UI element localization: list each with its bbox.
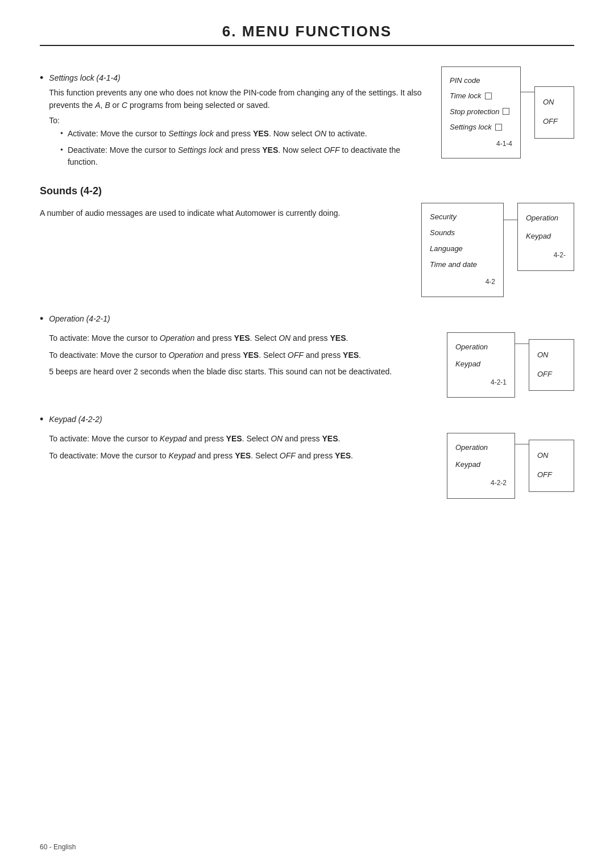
keypad-content: Keypad (4-2-2) To activate: Move the cur… [49,415,574,498]
onoff-422: ON OFF [529,440,574,492]
menu-box-422: Operation Keypad 4-2-2 [447,433,515,498]
off-label-421: OFF [537,365,563,384]
sounds-heading: Sounds (4-2) [40,185,574,197]
sounds-text: A number of audio messages are used to i… [40,203,404,220]
keypad-bullet-row: • Keypad (4-2-2) To activate: Move the c… [40,415,574,498]
bullet-dot-1: • [40,72,43,84]
stop-protection-checkbox [503,108,509,115]
bullet-dot-op: • [40,313,43,325]
operation-section: • Operation (4-2-1) To activate: Move th… [40,314,574,398]
stop-protection-row: Stop protection [450,104,512,119]
settings-lock-row: Settings lock [450,119,512,135]
diagram-414-group: PIN code Time lock Stop protection Setti… [441,66,574,158]
menu-code-414: 4-1-4 [450,137,512,151]
menu-code-42sub: 4-2- [526,247,566,264]
pin-code-row: PIN code [450,73,512,88]
settings-lock-text: • Settings lock (4-1-4) This function pr… [40,60,424,168]
42-connector [504,203,517,297]
operation-text: To activate: Move the cursor to Operatio… [49,328,430,378]
connector-svg-421 [515,332,529,398]
on-label-421: ON [537,345,563,365]
activate-text: Activate: Move the cursor to Settings lo… [68,128,367,140]
421-connector [515,332,529,398]
page: 6. MENU FUNCTIONS • Settings lock (4-1-4… [0,0,614,868]
menu-code-422: 4-2-2 [455,475,507,491]
settings-lock-checkbox [495,124,502,131]
on-label-422: ON [537,446,563,465]
menu-code-421: 4-2-1 [455,375,507,391]
connector-svg-414 [521,66,534,118]
off-label-414: OFF [543,112,563,131]
settings-lock-section: • Settings lock (4-1-4) This function pr… [40,60,574,168]
menu-box-42: Security Sounds Language Time and date 4… [421,203,504,297]
sounds-layout: A number of audio messages are used to i… [40,203,574,297]
sub-dot-activate: • [60,128,63,139]
keypad-deactivate: To deactivate: Move the cursor to Keypad… [49,450,430,462]
sub-bullets: • Activate: Move the cursor to Settings … [60,128,424,168]
on-label-414: ON [543,93,563,112]
footer: 60 - English [40,843,76,851]
operation-label-42: Operation [526,209,566,227]
keypad-layout: To activate: Move the cursor to Keypad a… [49,428,574,498]
pin-code-label: PIN code [450,73,480,88]
diagram-414: PIN code Time lock Stop protection Setti… [441,66,574,158]
keypad-row-421: Keypad [455,356,507,373]
stop-protection-label: Stop protection [450,104,499,119]
keypad-label-42: Keypad [526,227,566,245]
settings-lock-menu-label: Settings lock [450,119,492,135]
onoff-421: ON OFF [529,339,574,391]
keypad-activate: To activate: Move the cursor to Keypad a… [49,433,430,445]
sounds-intro: A number of audio messages are used to i… [40,207,404,220]
operation-activate: To activate: Move the cursor to Operatio… [49,332,430,345]
time-and-date-row: Time and date [430,257,495,273]
keypad-section: • Keypad (4-2-2) To activate: Move the c… [40,415,574,498]
menu-box-421: Operation Keypad 4-2-1 [447,332,515,398]
diagram-42: Security Sounds Language Time and date 4… [421,203,574,297]
connector-svg-42 [504,203,517,297]
menu-code-42: 4-2 [430,275,495,290]
operation-bullet-row: • Operation (4-2-1) To activate: Move th… [40,314,574,398]
414-connector-area [521,66,534,158]
operation-deactivate: To deactivate: Move the cursor to Operat… [49,349,430,362]
submenu-42: Operation Keypad 4-2- [517,203,574,270]
time-lock-checkbox [485,93,492,99]
deactivate-bullet: • Deactivate: Move the cursor to Setting… [60,144,424,168]
deactivate-text: Deactivate: Move the cursor to Settings … [68,144,424,168]
operation-row-422: Operation [455,439,507,456]
422-connector [515,433,529,498]
page-title: 6. MENU FUNCTIONS [40,23,574,46]
bullet-dot-kp: • [40,414,43,425]
settings-lock-content: Settings lock (4-1-4) This function prev… [49,73,424,168]
settings-lock-intro: This function prevents any one who does … [49,87,424,111]
menu-box-414: PIN code Time lock Stop protection Setti… [441,66,521,158]
keypad-title: Keypad (4-2-2) [49,415,102,424]
operation-extra: 5 beeps are heard over 2 seconds when th… [49,366,430,378]
connector-svg-422 [515,433,529,498]
security-row: Security [430,209,495,225]
language-row: Language [430,241,495,257]
diagram-421: Operation Keypad 4-2-1 ON OFF [447,332,574,398]
off-label-422: OFF [537,465,563,485]
time-lock-row: Time lock [450,88,512,103]
onoff-box-414: ON OFF [534,86,574,139]
operation-title: Operation (4-2-1) [49,314,110,323]
to-label: To: [49,116,424,125]
submenu-42-wrapper: Operation Keypad 4-2- [517,203,574,270]
keypad-text: To activate: Move the cursor to Keypad a… [49,428,430,462]
sounds-row: Sounds [430,225,495,241]
activate-bullet: • Activate: Move the cursor to Settings … [60,128,424,140]
time-lock-label: Time lock [450,88,482,103]
sub-dot-deactivate: • [60,144,63,156]
keypad-row-422: Keypad [455,456,507,473]
operation-row-421: Operation [455,339,507,356]
settings-lock-title: Settings lock (4-1-4) [49,73,120,82]
settings-lock-bullet: • Settings lock (4-1-4) This function pr… [40,73,424,168]
settings-lock-layout: • Settings lock (4-1-4) This function pr… [40,60,574,168]
operation-content: Operation (4-2-1) To activate: Move the … [49,314,574,398]
operation-layout: To activate: Move the cursor to Operatio… [49,328,574,398]
diagram-422: Operation Keypad 4-2-2 ON OFF [447,433,574,498]
